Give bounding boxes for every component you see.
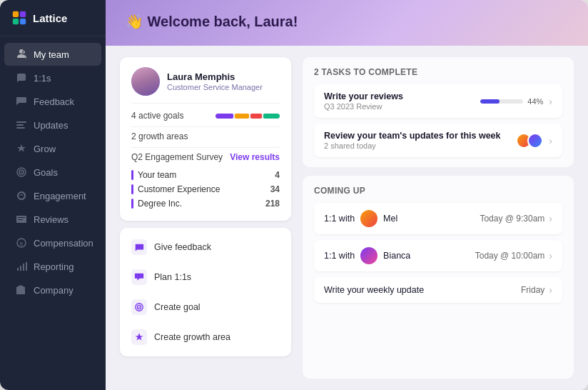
task-pct: 44%: [527, 97, 543, 106]
quick-action-plan-1on1[interactable]: Plan 1:1s: [120, 262, 291, 292]
sidebar-item-label: My team: [34, 49, 69, 60]
coming-right: Today @ 9:30am ›: [480, 213, 552, 224]
team-count-degree: 218: [265, 199, 280, 209]
sidebar-item-reviews[interactable]: Reviews: [4, 208, 101, 231]
svg-rect-14: [23, 264, 24, 271]
sidebar-item-feedback[interactable]: Feedback: [4, 90, 101, 113]
lattice-logo-icon: [11, 10, 27, 26]
sidebar-item-updates[interactable]: Updates: [4, 114, 101, 136]
svg-rect-4: [16, 121, 26, 123]
coming-up-card: Coming up 1:1 with Mel Today @ 9:30am ›: [303, 176, 574, 379]
quick-action-give-feedback[interactable]: Give feedback: [120, 232, 291, 262]
coming-right: Friday ›: [521, 284, 552, 296]
qa-label: Create growth area: [154, 332, 230, 342]
chevron-right-icon: ›: [549, 250, 552, 261]
view-results-link[interactable]: View results: [230, 152, 280, 162]
task-progress-fill: [480, 99, 499, 104]
welcome-emoji: 👋: [126, 14, 143, 29]
feedback-qa-icon: [131, 239, 147, 255]
team-row: Degree Inc. 218: [131, 196, 280, 211]
qa-label: Plan 1:1s: [154, 272, 191, 282]
sidebar-item-goals[interactable]: Goals: [4, 161, 101, 184]
mel-avatar: [360, 210, 377, 227]
sidebar-item-company[interactable]: Company: [4, 279, 101, 301]
chat-icon: [16, 72, 27, 84]
tasks-card: 2 tasks to complete Write your reviews Q…: [303, 57, 574, 167]
coming-right: Today @ 10:00am ›: [475, 250, 552, 261]
growth-qa-icon: [131, 329, 147, 345]
goals-progress-bar: [216, 114, 280, 119]
reviews-icon: [16, 214, 27, 225]
team-name-cx: Customer Experience: [131, 184, 220, 194]
coming-item-weekly-update[interactable]: Write your weekly update Friday ›: [314, 277, 562, 303]
coming-time: Today @ 10:00am: [475, 251, 545, 261]
coming-item-bianca[interactable]: 1:1 with Bianca Today @ 10:00am ›: [314, 240, 562, 271]
person-name: Bianca: [383, 251, 410, 261]
engagement-icon: [16, 190, 27, 201]
sidebar-item-my-team[interactable]: My team: [4, 43, 101, 66]
quick-action-create-growth[interactable]: Create growth area: [120, 322, 291, 352]
quick-action-create-goal[interactable]: Create goal: [120, 292, 291, 322]
task-right: 44% ›: [480, 96, 552, 107]
task-item-reviews[interactable]: Write your reviews Q3 2023 Review 44% ›: [314, 84, 562, 118]
coming-left: Write your weekly update: [324, 285, 424, 295]
task-item-team-updates[interactable]: Review your team's updates for this week…: [314, 124, 562, 157]
sidebar-item-label: Reviews: [34, 214, 69, 225]
team-bar: [131, 184, 133, 194]
company-icon: [16, 284, 27, 296]
team-row: Customer Experience 34: [131, 182, 280, 196]
svg-rect-12: [17, 268, 19, 271]
task-right: ›: [516, 133, 552, 149]
team-list: Your team 4 Customer Experience 34: [131, 168, 280, 211]
active-goals-row: 4 active goals: [131, 111, 280, 121]
welcome-text: Welcome back, Laura!: [148, 14, 298, 29]
coming-left: 1:1 with Mel: [324, 210, 397, 227]
sidebar-item-compensation[interactable]: $ Compensation: [4, 231, 101, 254]
task-sub: 2 shared today: [324, 141, 501, 150]
team-bar: [131, 170, 133, 180]
left-panel: Laura Memphis Customer Service Manager 4…: [120, 57, 291, 379]
sidebar-item-label: Reporting: [34, 261, 74, 272]
goals-icon: [16, 166, 27, 178]
profile-role: Customer Service Manager: [167, 83, 263, 91]
updates-icon: [16, 119, 27, 131]
avatar: [131, 67, 160, 96]
comp-icon: $: [16, 237, 27, 249]
sidebar-item-label: Engagement: [34, 191, 86, 201]
profile-card: Laura Memphis Customer Service Manager 4…: [120, 57, 291, 221]
sidebar-item-grow[interactable]: Grow: [4, 137, 101, 160]
goal-qa-icon: [131, 299, 147, 315]
reporting-icon: [16, 261, 27, 272]
svg-point-18: [138, 306, 140, 308]
coming-item-label: Write your weekly update: [324, 285, 424, 295]
coming-time: Friday: [521, 285, 544, 295]
team-count-your-team: 4: [275, 170, 280, 180]
svg-rect-3: [20, 19, 26, 24]
bianca-avatar: [360, 247, 377, 264]
task-name: Review your team's updates for this week: [324, 131, 501, 141]
main-content: 👋 Welcome back, Laura! Laura Memphis Cus: [106, 0, 588, 390]
coming-item-label: 1:1 with: [324, 214, 355, 224]
sidebar-item-engagement[interactable]: Engagement: [4, 184, 101, 207]
profile-name: Laura Memphis: [167, 71, 263, 82]
divider2: [131, 147, 280, 148]
svg-text:$: $: [20, 241, 24, 247]
chevron-right-icon: ›: [549, 96, 552, 107]
sidebar: Lattice My team 1:1s Feedback: [0, 0, 106, 390]
sidebar-item-label: Company: [34, 285, 74, 296]
quick-actions-card: Give feedback Plan 1:1s Create goal: [120, 228, 291, 356]
svg-rect-13: [20, 266, 21, 271]
sidebar-item-label: 1:1s: [34, 73, 51, 84]
people-icon: [16, 49, 27, 60]
sidebar-item-1-1s[interactable]: 1:1s: [4, 66, 101, 89]
active-goals-label: 4 active goals: [131, 111, 183, 121]
main-body: Laura Memphis Customer Service Manager 4…: [106, 46, 588, 390]
coming-item-mel[interactable]: 1:1 with Mel Today @ 9:30am ›: [314, 203, 562, 234]
task-name: Write your reviews: [324, 91, 403, 101]
pb-seg-4: [263, 114, 280, 119]
sidebar-item-reporting[interactable]: Reporting: [4, 255, 101, 278]
task-left: Review your team's updates for this week…: [324, 131, 501, 150]
person-name: Mel: [383, 214, 397, 224]
coming-item-label: 1:1 with: [324, 251, 355, 261]
task-left: Write your reviews Q3 2023 Review: [324, 91, 403, 111]
